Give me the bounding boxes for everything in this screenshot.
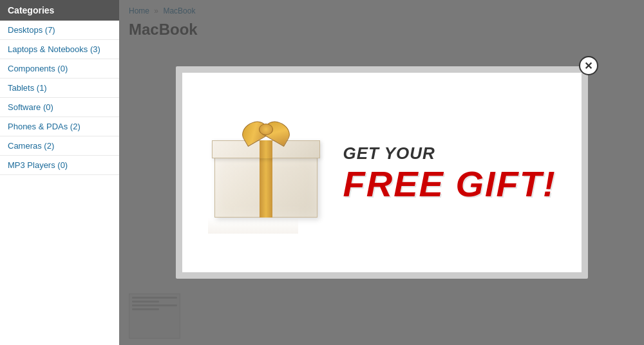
gift-reflection (208, 218, 298, 234)
sidebar-item-mp3[interactable]: MP3 Players (0) (0, 156, 119, 175)
gift-illustration: GET YOUR FREE GIFT! (182, 115, 582, 230)
sidebar-item-cameras[interactable]: Cameras (2) (0, 136, 119, 156)
sidebar-item-tablets[interactable]: Tablets (1) (0, 79, 119, 98)
sidebar-item-phones[interactable]: Phones & PDAs (2) (0, 117, 119, 136)
main-content: Home » MacBook MacBook ✕ (119, 0, 644, 345)
sidebar-item-laptops[interactable]: Laptops & Notebooks (3) (0, 40, 119, 59)
promo-text: GET YOUR FREE GIFT! (343, 144, 562, 202)
gift-box (214, 127, 317, 218)
promo-line1: GET YOUR (343, 144, 562, 163)
promo-line2: FREE GIFT! (343, 166, 562, 202)
gift-box-wrapper (202, 127, 330, 218)
modal-container: ✕ (176, 66, 588, 279)
ribbon-lid-vertical (260, 140, 272, 158)
ribbon-body-vertical (260, 156, 272, 218)
modal-content: GET YOUR FREE GIFT! (182, 73, 582, 272)
modal-close-button[interactable]: ✕ (579, 56, 598, 75)
bow-center (259, 124, 273, 135)
modal-overlay: ✕ (119, 0, 644, 345)
sidebar-item-software[interactable]: Software (0) (0, 98, 119, 117)
sidebar-title: Categories (0, 0, 119, 21)
sidebar-item-desktops[interactable]: Desktops (7) (0, 21, 119, 40)
sidebar: Categories Desktops (7) Laptops & Notebo… (0, 0, 119, 345)
sidebar-item-components[interactable]: Components (0) (0, 59, 119, 79)
